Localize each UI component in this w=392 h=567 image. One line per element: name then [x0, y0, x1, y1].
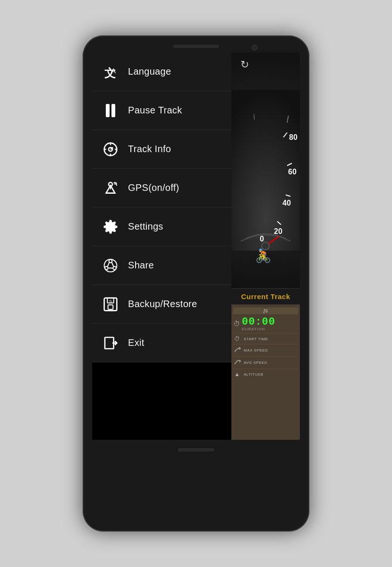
max-speed-icon [234, 346, 242, 354]
menu-label-pause-track: Pause Track [128, 105, 182, 116]
svg-text:S: S [109, 299, 112, 304]
menu-empty-area [92, 362, 231, 440]
svg-rect-20 [108, 305, 113, 309]
svg-line-16 [112, 262, 114, 266]
backup-icon: S [102, 295, 119, 313]
svg-point-9 [109, 182, 112, 186]
stat-label-start-time: START TIME [244, 337, 268, 341]
menu-label-exit: Exit [128, 337, 145, 348]
stat-row-start-time: ⏱ START TIME [233, 333, 298, 344]
stat-row-altitude: ▲ ALTITUDE [233, 369, 298, 379]
satellite-icon [102, 179, 119, 197]
refresh-icon[interactable]: ↻ [236, 56, 253, 73]
menu-item-settings[interactable]: Settings [92, 207, 231, 246]
svg-text:20: 20 [274, 227, 282, 235]
start-time-icon: ⏱ [234, 335, 242, 342]
menu-label-backup: Backup/Restore [128, 299, 197, 309]
svg-text:40: 40 [282, 199, 291, 207]
menu-item-gps[interactable]: GPS(on/off) [92, 169, 231, 207]
speedometer-area: ↻ [231, 52, 300, 289]
right-panel: ↻ [231, 52, 300, 440]
menu-item-track-info[interactable]: Track Info [92, 130, 231, 169]
stat-label-altitude: ALTITUDE [244, 372, 264, 377]
stat-row-max-speed: MAX SPEED [233, 344, 298, 356]
menu-label-gps: GPS(on/off) [128, 182, 179, 193]
phone-top-bar [83, 35, 309, 52]
menu-label-settings: Settings [128, 221, 163, 232]
svg-rect-22 [105, 337, 114, 349]
svg-point-14 [113, 266, 116, 270]
phone-camera [252, 45, 257, 51]
language-icon: 文 A [102, 63, 119, 81]
altitude-icon: ▲ [234, 371, 242, 378]
share-icon [102, 257, 119, 275]
svg-text:🚴: 🚴 [255, 248, 272, 264]
settings-icon [102, 218, 119, 236]
duration-icon: ⏱ [233, 320, 240, 327]
svg-text:60: 60 [288, 168, 297, 176]
track-name-bar: [S [233, 308, 298, 314]
duration-time: 00:00 [242, 316, 275, 328]
phone-screen: 文 A Language Pause Track [92, 52, 300, 440]
left-menu: 文 A Language Pause Track [92, 52, 231, 440]
menu-label-share: Share [128, 260, 154, 271]
phone-bottom-button [177, 447, 215, 452]
menu-item-backup[interactable]: S Backup/Restore [92, 285, 231, 324]
svg-text:A: A [111, 67, 116, 74]
stat-row-avg-speed: AVG SPEED [233, 356, 298, 369]
current-track-label: Current Track [231, 289, 300, 305]
menu-item-exit[interactable]: Exit [92, 324, 231, 362]
svg-line-15 [107, 262, 109, 266]
exit-icon [102, 334, 119, 352]
menu-item-share[interactable]: Share [92, 246, 231, 285]
svg-point-12 [109, 259, 112, 263]
svg-text:0: 0 [260, 235, 264, 243]
stat-label-avg-speed: AVG SPEED [244, 361, 267, 365]
stat-label-max-speed: MAX SPEED [244, 348, 268, 352]
pause-icon [102, 102, 119, 120]
menu-label-language: Language [128, 66, 171, 77]
menu-item-language[interactable]: 文 A Language [92, 52, 231, 91]
avg-speed-icon [234, 359, 242, 367]
phone-bottom-bar [83, 440, 309, 462]
track-info-icon [102, 140, 119, 158]
phone-device: 文 A Language Pause Track [83, 35, 309, 532]
phone-speaker [172, 44, 220, 49]
duration-display: ⏱ 00:00 DURATION [233, 316, 298, 331]
menu-label-track-info: Track Info [128, 144, 171, 155]
menu-item-pause-track[interactable]: Pause Track [92, 91, 231, 130]
svg-point-13 [105, 266, 108, 270]
svg-text:80: 80 [289, 133, 298, 141]
track-stats-panel: [S ⏱ 00:00 DURATION ⏱ START TIME [231, 305, 300, 440]
